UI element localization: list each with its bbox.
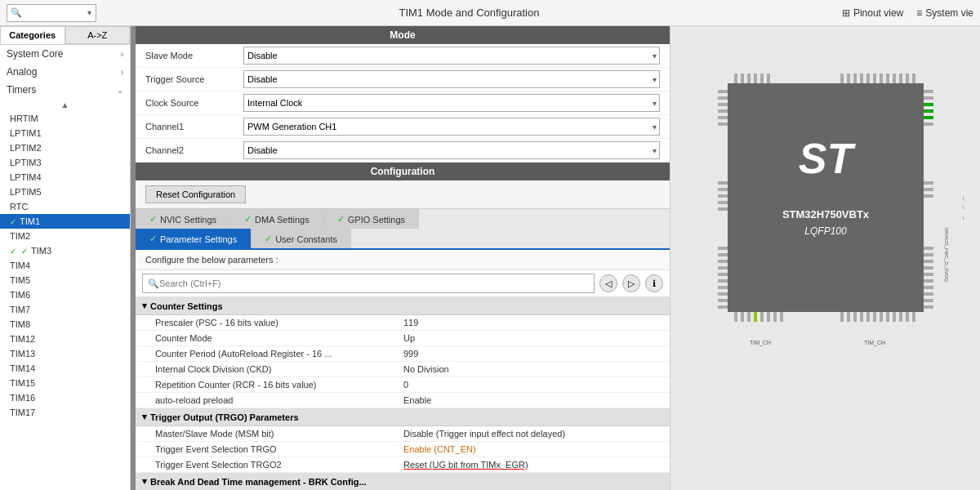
tab-categories[interactable]: Categories <box>0 26 65 44</box>
channel1-select[interactable]: PWM Generation CH1 <box>243 118 660 136</box>
sidebar-item-tim13[interactable]: TIM13 <box>0 346 130 361</box>
hrtim-label: HRTIM <box>10 114 38 123</box>
chip-panel: DRACO_IO_FR_SVGA ST STM32H750VBTx LQFP10… <box>670 26 980 490</box>
reset-config-button[interactable]: Reset Configuration <box>145 185 246 203</box>
pinout-label: Pinout view <box>853 7 903 19</box>
sidebar-item-lptim3[interactable]: LPTIM3 <box>0 155 130 170</box>
param-next-button[interactable]: ▷ <box>622 274 640 292</box>
repetition-value: 0 <box>397 377 670 392</box>
timers-label: Timers <box>7 84 36 96</box>
sidebar-item-tim2[interactable]: TIM2 <box>0 229 130 243</box>
tim4-label: TIM4 <box>10 261 30 270</box>
sidebar-item-hrtim[interactable]: HRTIM <box>0 111 130 126</box>
sidebar-item-analog[interactable]: Analog › <box>0 63 130 81</box>
search-dropdown-arrow[interactable]: ▾ <box>87 8 91 17</box>
sidebar-item-tim16[interactable]: TIM16 <box>0 390 130 405</box>
global-search-box[interactable]: 🔍 ▾ <box>7 4 96 22</box>
channel1-label: Channel1 <box>145 122 243 131</box>
param-info-button[interactable]: ℹ <box>645 274 663 292</box>
bottom-pins <box>734 312 915 322</box>
tab-nvic-settings[interactable]: ✓ NVIC Settings <box>136 209 230 229</box>
trigger-source-select-wrapper[interactable]: Disable ▾ <box>243 70 660 88</box>
tim2-label: TIM2 <box>10 231 30 241</box>
svg-rect-36 <box>906 312 909 322</box>
autoreload-name: auto-reload preload <box>136 393 397 408</box>
sidebar-item-lptim5[interactable]: LPTIM5 <box>0 185 130 199</box>
param-row-counter-period: Counter Period (AutoReload Register - 16… <box>136 346 670 362</box>
sidebar-tab-bar: Categories A->Z <box>0 26 130 45</box>
trigger-source-select[interactable]: Disable <box>243 70 660 88</box>
scroll-up-button[interactable]: ▲ <box>0 99 130 111</box>
sidebar-item-tim1[interactable]: ✓ TIM1 <box>0 214 130 229</box>
svg-rect-35 <box>899 312 902 322</box>
svg-rect-29 <box>860 312 863 322</box>
svg-rect-53 <box>718 273 728 276</box>
channel2-select-wrapper[interactable]: Disable ▾ <box>243 141 660 159</box>
slave-mode-select[interactable]: Disable <box>243 47 660 65</box>
autoreload-value: Enable <box>397 393 670 408</box>
svg-rect-45 <box>718 188 728 191</box>
svg-rect-66 <box>924 188 933 191</box>
msm-value: Disable (Trigger input effect not delaye… <box>397 426 670 441</box>
svg-rect-26 <box>840 312 844 322</box>
tab-dma-settings[interactable]: ✓ DMA Settings <box>230 209 323 229</box>
svg-rect-4 <box>760 74 764 83</box>
sidebar-item-tim7[interactable]: TIM7 <box>0 302 130 317</box>
sidebar-item-rtc[interactable]: RTC <box>0 199 130 214</box>
global-search-input[interactable] <box>22 8 87 18</box>
trgo-group[interactable]: ▾ Trigger Output (TRGO) Parameters <box>136 408 670 426</box>
clock-source-select[interactable]: Internal Clock <box>243 94 660 112</box>
sidebar-item-tim8[interactable]: TIM8 <box>0 317 130 332</box>
rtc-label: RTC <box>10 202 28 212</box>
tab-gpio-settings[interactable]: ✓ GPIO Settings <box>323 209 419 229</box>
param-search-box[interactable]: 🔍 <box>142 274 595 293</box>
channel2-select[interactable]: Disable <box>243 141 660 159</box>
sidebar-item-tim6[interactable]: TIM6 <box>0 287 130 302</box>
sidebar-item-tim12[interactable]: TIM12 <box>0 332 130 346</box>
brk-group[interactable]: ▾ Break And Dead Time management - BRK C… <box>136 473 670 490</box>
sidebar-item-tim15[interactable]: TIM15 <box>0 376 130 390</box>
svg-rect-37 <box>912 312 915 322</box>
sidebar-item-lptim2[interactable]: LPTIM2 <box>0 140 130 155</box>
main-panel: Mode Slave Mode Disable ▾ Trigger Source <box>136 26 670 490</box>
trigger-source-label: Trigger Source <box>145 74 243 84</box>
brk-collapse-icon: ▾ <box>142 476 147 487</box>
system-view-button[interactable]: ≡ System vie <box>916 7 973 19</box>
tab-user-constants[interactable]: ✓ User Constants <box>251 229 351 248</box>
svg-rect-1 <box>741 74 744 83</box>
clock-division-name: Internal Clock Division (CKD) <box>136 362 397 376</box>
counter-settings-group[interactable]: ▾ Counter Settings <box>136 297 670 315</box>
side-label-right-1: DRACO_IO_FR_SVGA <box>963 176 964 235</box>
sidebar-item-tim4[interactable]: TIM4 <box>0 258 130 273</box>
sidebar-item-tim5[interactable]: TIM5 <box>0 273 130 287</box>
svg-rect-24 <box>773 312 777 322</box>
channel1-select-wrapper[interactable]: PWM Generation CH1 ▾ <box>243 118 660 136</box>
sidebar-item-lptim4[interactable]: LPTIM4 <box>0 170 130 185</box>
sidebar-item-system-core[interactable]: System Core › <box>0 45 130 63</box>
user-check-icon: ✓ <box>265 234 272 244</box>
sidebar-item-lptim1[interactable]: LPTIM1 <box>0 126 130 140</box>
svg-rect-34 <box>893 312 896 322</box>
tab-atoz[interactable]: A->Z <box>65 26 131 44</box>
svg-rect-55 <box>718 286 728 289</box>
slave-mode-select-wrapper[interactable]: Disable ▾ <box>243 47 660 65</box>
left-pins <box>718 90 728 309</box>
clock-source-select-wrapper[interactable]: Internal Clock ▾ <box>243 94 660 112</box>
sidebar-item-tim14[interactable]: TIM14 <box>0 361 130 376</box>
param-prev-button[interactable]: ◁ <box>599 274 617 292</box>
sidebar-item-timers[interactable]: Timers ⌄ <box>0 81 130 99</box>
svg-rect-17 <box>912 74 915 83</box>
nvic-label: NVIC Settings <box>160 215 216 225</box>
param-search-input[interactable] <box>159 278 589 288</box>
sidebar-item-tim17[interactable]: TIM17 <box>0 405 130 420</box>
tab-parameter-settings[interactable]: ✓ Parameter Settings <box>136 229 251 248</box>
svg-rect-52 <box>718 266 728 270</box>
svg-rect-72 <box>924 273 933 276</box>
system-icon: ≡ <box>916 7 922 19</box>
sidebar-item-tim3[interactable]: ✓ TIM3 <box>0 243 130 258</box>
prescaler-name: Prescaler (PSC - 16 bits value) <box>136 315 397 330</box>
pinout-view-button[interactable]: ⊞ Pinout view <box>842 7 903 19</box>
timers-chevron: ⌄ <box>117 86 123 95</box>
svg-rect-40 <box>718 103 728 106</box>
svg-rect-49 <box>718 247 728 250</box>
